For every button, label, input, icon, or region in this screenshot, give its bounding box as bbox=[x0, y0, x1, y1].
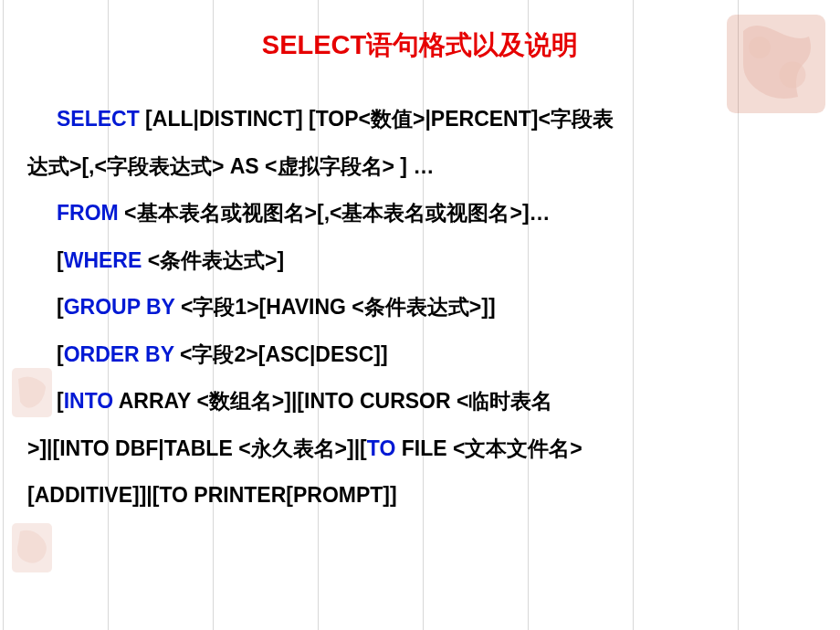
syntax-text: [ bbox=[57, 389, 64, 413]
syntax-line-3: FROM <基本表名或视图名>[,<基本表名或视图名>]… bbox=[27, 190, 813, 237]
syntax-line-2: 达式>[,<字段表达式> AS <虚拟字段名> ] … bbox=[27, 143, 813, 191]
syntax-text: [ bbox=[57, 342, 64, 366]
keyword-select: SELECT bbox=[57, 107, 140, 131]
keyword-where: WHERE bbox=[64, 248, 142, 272]
keyword-into: INTO bbox=[64, 389, 114, 413]
syntax-line-5: [GROUP BY <字段1>[HAVING <条件表达式>]] bbox=[27, 284, 813, 331]
syntax-text: FILE <文本文件名> bbox=[395, 436, 582, 460]
syntax-text: <基本表名或视图名>[,<基本表名或视图名>]… bbox=[119, 201, 551, 225]
syntax-line-6: [ORDER BY <字段2>[ASC|DESC]] bbox=[27, 331, 813, 379]
syntax-line-8: >]|[INTO DBF|TABLE <永久表名>]|[TO FILE <文本文… bbox=[27, 425, 813, 473]
syntax-text: [ bbox=[57, 248, 64, 272]
syntax-definition: SELECT [ALL|DISTINCT] [TOP<数值>|PERCENT]<… bbox=[27, 96, 813, 520]
slide-title: SELECT语句格式以及说明 bbox=[27, 27, 813, 64]
syntax-text: [ALL|DISTINCT] [TOP<数值>|PERCENT]<字段表 bbox=[140, 107, 614, 131]
syntax-line-1: SELECT [ALL|DISTINCT] [TOP<数值>|PERCENT]<… bbox=[27, 96, 813, 143]
syntax-text: <字段2>[ASC|DESC]] bbox=[174, 342, 388, 366]
syntax-text: [ADDITIVE]]|[TO PRINTER[PROMPT]] bbox=[27, 483, 397, 507]
syntax-text: [ bbox=[57, 295, 64, 319]
slide-content: SELECT语句格式以及说明 SELECT [ALL|DISTINCT] [TO… bbox=[0, 0, 840, 547]
syntax-line-7: [INTO ARRAY <数组名>]|[INTO CURSOR <临时表名 bbox=[27, 378, 813, 425]
syntax-text: 达式>[,<字段表达式> AS <虚拟字段名> ] … bbox=[27, 154, 434, 178]
keyword-group-by: GROUP BY bbox=[64, 295, 175, 319]
syntax-text: >]|[INTO DBF|TABLE <永久表名>]|[ bbox=[27, 436, 367, 460]
keyword-from: FROM bbox=[57, 201, 119, 225]
syntax-line-4: [WHERE <条件表达式>] bbox=[27, 237, 813, 285]
syntax-text: ARRAY <数组名>]|[INTO CURSOR <临时表名 bbox=[113, 389, 552, 413]
syntax-text: <字段1>[HAVING <条件表达式>]] bbox=[175, 295, 496, 319]
syntax-text: <条件表达式>] bbox=[142, 248, 284, 272]
keyword-to: TO bbox=[367, 436, 396, 460]
keyword-order-by: ORDER BY bbox=[64, 342, 174, 366]
syntax-line-9: [ADDITIVE]]|[TO PRINTER[PROMPT]] bbox=[27, 472, 813, 520]
